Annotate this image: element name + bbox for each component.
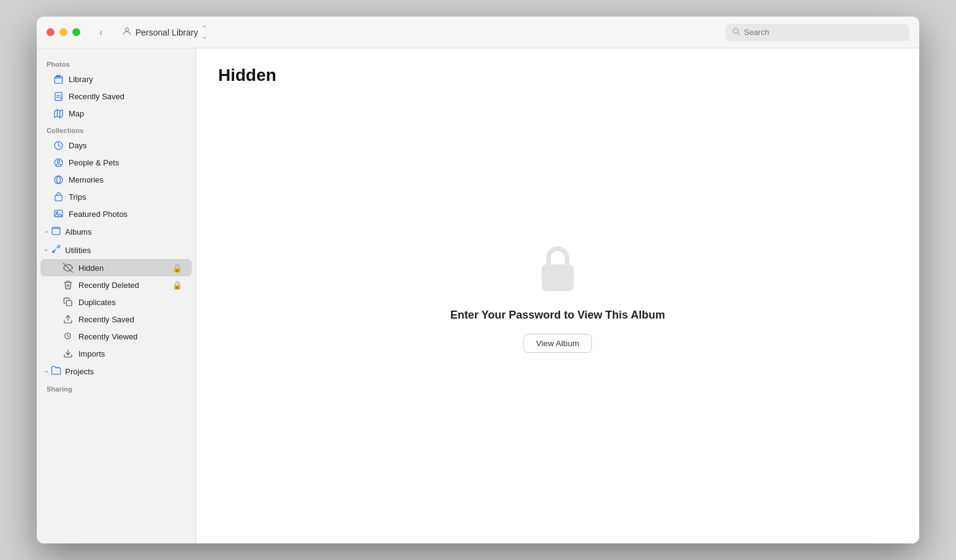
albums-collapse-button[interactable]: › Albums [40,222,192,241]
memories-icon [53,174,64,185]
person-library-icon [122,26,132,38]
sidebar-item-recently-saved[interactable]: Recently Saved [40,88,192,105]
lock-icon-container [530,241,585,297]
titlebar: ‹ Personal Library ⌃⌄ [37,17,919,48]
imports-label: Imports [78,349,105,358]
locked-content: Enter Your Password to View This Album V… [218,85,897,509]
albums-chevron-icon: › [43,230,50,232]
duplicates-label: Duplicates [78,298,116,307]
svg-rect-13 [55,195,61,200]
days-label: Days [69,141,87,150]
sidebar: Photos Library [37,48,196,543]
svg-point-0 [125,28,128,31]
utilities-chevron-icon: › [43,249,50,251]
svg-rect-5 [55,93,61,100]
hidden-icon [63,262,74,273]
sidebar-item-library[interactable]: Library [40,70,192,88]
sidebar-item-map[interactable]: Map [40,105,192,122]
recently-deleted-lock-icon: 🔒 [172,281,182,290]
traffic-lights [47,28,80,36]
projects-chevron-icon: › [43,370,50,372]
utilities-label: Utilities [65,246,91,255]
albums-icon [51,225,61,238]
photos-section-label: Photos [37,56,195,70]
search-input[interactable] [744,28,903,37]
sidebar-item-people-pets[interactable]: People & Pets [40,154,192,171]
sidebar-item-recently-viewed[interactable]: Recently Viewed [40,328,192,345]
sidebar-item-recently-saved-util[interactable]: Recently Saved [40,311,192,328]
recently-saved-util-label: Recently Saved [78,315,134,324]
sidebar-item-days[interactable]: Days [40,137,192,154]
projects-icon [51,365,61,377]
projects-collapse-button[interactable]: › Projects [40,362,192,380]
sidebar-item-featured-photos[interactable]: Featured Photos [40,205,192,222]
map-icon [53,108,64,119]
sidebar-item-duplicates[interactable]: Duplicates [40,293,192,311]
utilities-collapse-button[interactable]: › Utilities [40,241,192,259]
search-icon [732,27,740,38]
albums-label: Albums [65,227,91,236]
recently-deleted-label: Recently Deleted [78,281,139,290]
photo-library-icon [53,74,64,85]
content-area: Hidden Enter Your Password to View This … [196,48,919,543]
svg-rect-22 [542,265,574,292]
minimize-button[interactable] [59,28,67,36]
collections-section-label: Collections [37,122,195,137]
trips-icon [53,191,64,202]
people-pets-label: People & Pets [69,158,119,167]
imports-icon [63,348,74,359]
sharing-section-label: Sharing [37,380,195,395]
app-window: ‹ Personal Library ⌃⌄ [37,17,919,543]
projects-label: Projects [65,367,94,376]
featured-photos-icon [53,208,64,219]
recently-saved-icon [53,91,64,102]
svg-point-11 [57,160,59,162]
recently-viewed-icon [63,331,74,342]
sidebar-item-hidden[interactable]: Hidden 🔒 [40,259,192,276]
library-location-button[interactable]: Personal Library ⌃⌄ [117,22,212,43]
days-icon [53,140,64,151]
featured-photos-label: Featured Photos [69,210,127,219]
lock-icon [530,241,585,297]
sidebar-item-trips[interactable]: Trips [40,188,192,205]
svg-rect-4 [56,75,60,77]
recently-viewed-label: Recently Viewed [78,332,138,341]
maximize-button[interactable] [72,28,80,36]
location-label: Personal Library [135,28,198,37]
recently-deleted-icon [63,279,74,290]
search-bar[interactable] [726,24,909,41]
close-button[interactable] [47,28,55,36]
svg-point-15 [56,211,58,213]
page-title: Hidden [218,66,897,85]
utilities-icon [51,244,61,256]
trips-label: Trips [69,192,86,202]
sidebar-item-imports[interactable]: Imports [40,345,192,362]
sidebar-item-memories[interactable]: Memories [40,171,192,188]
locked-message: Enter Your Password to View This Album [450,309,665,322]
chevron-updown-icon: ⌃⌄ [202,25,207,40]
main-layout: Photos Library [37,48,919,543]
hidden-label: Hidden [78,263,104,273]
library-label: Library [69,75,93,84]
svg-line-2 [738,32,740,34]
svg-point-12 [55,176,63,184]
back-button[interactable]: ‹ [93,24,110,41]
people-pets-icon [53,157,64,168]
duplicates-icon [63,297,74,308]
sidebar-item-recently-deleted[interactable]: Recently Deleted 🔒 [40,276,192,293]
hidden-lock-icon: 🔒 [172,263,182,273]
memories-label: Memories [69,175,104,184]
svg-rect-18 [66,300,72,306]
chevron-left-icon: ‹ [99,27,102,38]
map-label: Map [69,109,84,118]
svg-marker-6 [55,110,63,118]
view-album-button[interactable]: View Album [523,334,592,353]
recently-saved-util-icon [63,314,74,325]
recently-saved-label: Recently Saved [69,92,124,101]
